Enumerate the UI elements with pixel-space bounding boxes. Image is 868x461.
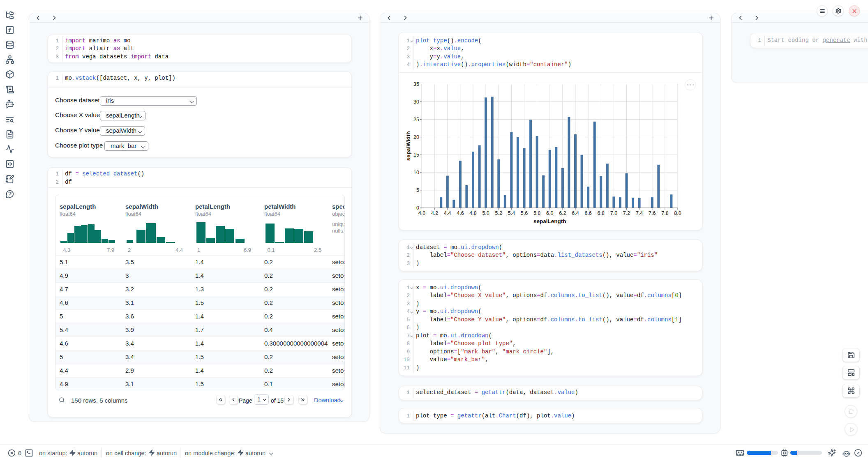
svg-text:5.8: 5.8 xyxy=(533,210,540,216)
svg-text:6.0: 6.0 xyxy=(546,210,553,216)
svg-text:15: 15 xyxy=(413,152,419,158)
svg-text:0: 0 xyxy=(416,205,419,211)
svg-text:5.4: 5.4 xyxy=(508,210,515,216)
svg-text:6.8: 6.8 xyxy=(598,210,605,216)
svg-text:30: 30 xyxy=(413,99,419,105)
svg-text:4.8: 4.8 xyxy=(469,210,476,216)
svg-text:4.4: 4.4 xyxy=(444,210,451,216)
svg-text:6.4: 6.4 xyxy=(572,210,579,216)
svg-text:25: 25 xyxy=(413,117,419,122)
svg-text:sepalLength: sepalLength xyxy=(533,218,566,224)
svg-text:4.0: 4.0 xyxy=(418,210,425,216)
svg-text:7.2: 7.2 xyxy=(623,210,630,216)
svg-text:7.8: 7.8 xyxy=(661,210,668,216)
svg-text:4.2: 4.2 xyxy=(431,210,438,216)
svg-text:5.6: 5.6 xyxy=(521,210,528,216)
svg-text:7.4: 7.4 xyxy=(636,210,643,216)
svg-text:7.0: 7.0 xyxy=(610,210,617,216)
svg-text:5.0: 5.0 xyxy=(482,210,489,216)
svg-text:20: 20 xyxy=(413,134,419,140)
svg-text:6.6: 6.6 xyxy=(584,210,591,216)
svg-text:8.0: 8.0 xyxy=(674,210,681,216)
svg-text:6.2: 6.2 xyxy=(559,210,566,216)
svg-text:35: 35 xyxy=(413,81,419,87)
svg-text:10: 10 xyxy=(413,170,419,175)
svg-text:5.2: 5.2 xyxy=(495,210,502,216)
svg-text:4.6: 4.6 xyxy=(457,210,464,216)
svg-text:7.6: 7.6 xyxy=(649,210,656,216)
svg-text:sepalWidth: sepalWidth xyxy=(405,131,411,161)
svg-text:5: 5 xyxy=(416,187,419,193)
